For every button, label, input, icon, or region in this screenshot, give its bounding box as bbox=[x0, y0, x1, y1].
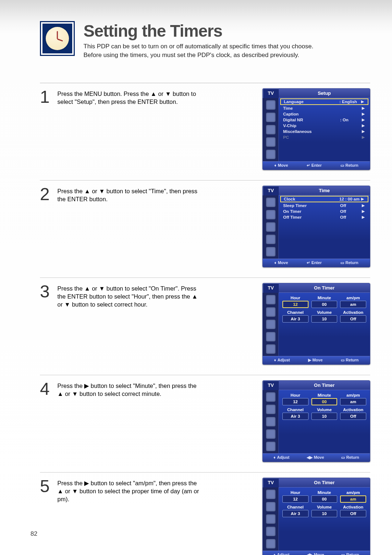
intro-line-1: This PDP can be set to turn on or off au… bbox=[83, 43, 313, 50]
footer-enter: Enter bbox=[307, 163, 322, 168]
cell-volume[interactable]: 10 bbox=[311, 413, 338, 420]
step-number: 5 bbox=[40, 478, 54, 494]
intro-line-2: Before using the timers, you must set th… bbox=[83, 52, 299, 58]
cell-volume[interactable]: 10 bbox=[311, 510, 338, 517]
step-text: Press the MENU button. Press the ▲ or ▼ … bbox=[57, 88, 201, 106]
footer-move: Move bbox=[307, 455, 324, 460]
label-minute: Minute bbox=[311, 296, 338, 300]
cell-ampm[interactable]: am bbox=[340, 398, 366, 405]
osd-tv-label: TV bbox=[263, 478, 279, 487]
cell-ampm[interactable]: am bbox=[340, 495, 366, 503]
footer-move: Move bbox=[274, 163, 288, 168]
footer-move: Move bbox=[308, 358, 323, 362]
osd-list: Language: English▶ Time▶ Caption▶ Digita… bbox=[279, 98, 370, 161]
cell-channel[interactable]: Air 3 bbox=[282, 315, 309, 323]
step-number: 2 bbox=[40, 186, 54, 202]
osd-row-digitalnr[interactable]: Digital NR: On▶ bbox=[279, 117, 370, 123]
osd-row-sleep[interactable]: Sleep TimerOff▶ bbox=[279, 203, 370, 208]
osd-setup: TV Setup Language: English▶ Time▶ Captio… bbox=[262, 88, 370, 170]
osd-ontimer-minute: TV On Timer Hour Minute am/pm 12 00 bbox=[262, 380, 370, 462]
osd-footer: Adjust Move Return bbox=[263, 453, 370, 462]
cell-channel[interactable]: Air 3 bbox=[282, 510, 309, 517]
osd-footer: Adjust Move Return bbox=[263, 356, 370, 364]
footer-adjust: Adjust bbox=[274, 552, 290, 555]
step-row: 3 Press the ▲ or ▼ button to select "On … bbox=[40, 278, 370, 375]
label-channel: Channel bbox=[282, 408, 309, 412]
label-ampm: am/pm bbox=[340, 296, 366, 300]
label-channel: Channel bbox=[282, 505, 309, 509]
page-number: 82 bbox=[30, 530, 37, 538]
label-hour: Hour bbox=[282, 393, 309, 397]
label-channel: Channel bbox=[282, 310, 309, 315]
cell-activation[interactable]: Off bbox=[340, 315, 366, 323]
osd-row-misc[interactable]: Miscellaneous▶ bbox=[279, 129, 370, 134]
osd-ontimer-ampm: TV On Timer Hour Minute am/pm 12 00 bbox=[262, 478, 370, 555]
cell-minute[interactable]: 00 bbox=[311, 301, 338, 308]
cell-activation[interactable]: Off bbox=[340, 413, 366, 420]
cell-activation[interactable]: Off bbox=[340, 510, 366, 517]
footer-move: Move bbox=[274, 260, 288, 265]
step-row: 5 Press the ▶ button to select "am/pm", … bbox=[40, 472, 370, 555]
step-number: 4 bbox=[40, 381, 54, 397]
footer-adjust: Adjust bbox=[274, 358, 290, 362]
cell-volume[interactable]: 10 bbox=[311, 315, 338, 323]
osd-ontimer-hour: TV On Timer Hour Minute am/pm 12 00 bbox=[262, 283, 370, 365]
header: Setting the Timers This PDP can be set t… bbox=[40, 21, 370, 60]
osd-side-icons bbox=[263, 390, 279, 453]
cell-hour[interactable]: 12 bbox=[282, 301, 309, 308]
label-minute: Minute bbox=[311, 393, 338, 397]
footer-return: Return bbox=[341, 552, 359, 555]
osd-side-icons bbox=[263, 487, 279, 551]
osd-row-caption[interactable]: Caption▶ bbox=[279, 111, 370, 117]
osd-heading: Setup bbox=[279, 89, 370, 98]
osd-heading: On Timer bbox=[279, 478, 370, 487]
step-text: Press the ▲ or ▼ button to select "On Ti… bbox=[57, 283, 201, 309]
osd-footer: Adjust Move Return bbox=[263, 551, 370, 555]
label-activation: Activation bbox=[340, 505, 366, 509]
cell-minute[interactable]: 00 bbox=[311, 398, 338, 405]
label-volume: Volume bbox=[311, 408, 338, 412]
label-activation: Activation bbox=[340, 310, 366, 315]
label-volume: Volume bbox=[311, 505, 338, 509]
osd-side-icons bbox=[263, 195, 279, 259]
cell-hour[interactable]: 12 bbox=[282, 398, 309, 405]
label-hour: Hour bbox=[282, 296, 309, 300]
footer-return: Return bbox=[340, 163, 358, 168]
step-text: Press the ▶ button to select "Minute", t… bbox=[57, 380, 201, 398]
step-text: Press the ▶ button to select "am/pm", th… bbox=[57, 478, 201, 503]
osd-row-pc: PC▶ bbox=[279, 134, 370, 140]
osd-row-vchip[interactable]: V-Chip▶ bbox=[279, 123, 370, 129]
step-number: 3 bbox=[40, 284, 54, 299]
step-text: Press the ▲ or ▼ button to select "Time"… bbox=[57, 186, 201, 203]
osd-footer: Move Enter Return bbox=[263, 161, 370, 170]
footer-return: Return bbox=[340, 260, 358, 265]
osd-row-offtimer[interactable]: Off TimerOff▶ bbox=[279, 214, 370, 220]
osd-heading: On Timer bbox=[279, 283, 370, 293]
osd-row-time[interactable]: Time▶ bbox=[279, 105, 370, 111]
label-hour: Hour bbox=[282, 490, 309, 495]
cell-channel[interactable]: Air 3 bbox=[282, 413, 309, 420]
step-row: 1 Press the MENU button. Press the ▲ or … bbox=[40, 83, 370, 180]
osd-tv-label: TV bbox=[263, 89, 279, 98]
osd-side-icons bbox=[263, 98, 279, 161]
osd-time: TV Time Clock12 : 00 am▶ Sleep TimerOff▶… bbox=[262, 186, 370, 267]
cell-ampm[interactable]: am bbox=[340, 301, 366, 308]
label-ampm: am/pm bbox=[340, 393, 366, 397]
step-row: 2 Press the ▲ or ▼ button to select "Tim… bbox=[40, 180, 370, 278]
osd-heading: On Timer bbox=[279, 381, 370, 390]
osd-side-icons bbox=[263, 293, 279, 356]
osd-heading: Time bbox=[279, 186, 370, 195]
cell-minute[interactable]: 00 bbox=[311, 495, 338, 503]
label-minute: Minute bbox=[311, 490, 338, 495]
osd-list: Clock12 : 00 am▶ Sleep TimerOff▶ On Time… bbox=[279, 195, 370, 259]
footer-move: Move bbox=[307, 552, 324, 555]
osd-footer: Move Enter Return bbox=[263, 259, 370, 267]
osd-tv-label: TV bbox=[263, 186, 279, 195]
footer-return: Return bbox=[341, 455, 359, 460]
step-row: 4 Press the ▶ button to select "Minute",… bbox=[40, 375, 370, 472]
cell-hour[interactable]: 12 bbox=[282, 495, 309, 503]
footer-enter: Enter bbox=[307, 260, 322, 265]
osd-row-clock[interactable]: Clock12 : 00 am▶ bbox=[280, 196, 368, 202]
osd-row-ontimer[interactable]: On TimerOff▶ bbox=[279, 208, 370, 214]
osd-row-language[interactable]: Language: English▶ bbox=[280, 98, 368, 105]
